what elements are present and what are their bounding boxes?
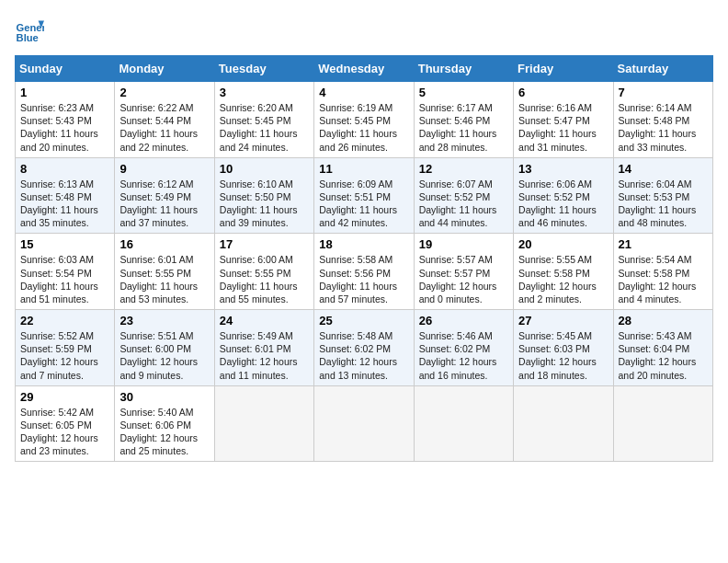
- calendar-table: SundayMondayTuesdayWednesdayThursdayFrid…: [15, 55, 713, 462]
- day-number: 3: [220, 86, 309, 99]
- day-detail: Sunrise: 5:48 AMSunset: 6:02 PMDaylight:…: [319, 329, 408, 382]
- svg-text:Blue: Blue: [17, 32, 39, 43]
- day-number: 21: [619, 237, 708, 251]
- day-number: 6: [518, 86, 608, 99]
- day-number: 18: [319, 237, 408, 251]
- day-detail: Sunrise: 6:06 AMSunset: 5:52 PMDaylight:…: [518, 178, 608, 230]
- calendar-week: 22Sunrise: 5:52 AMSunset: 5:59 PMDayligh…: [16, 310, 713, 386]
- day-number: 7: [619, 86, 708, 99]
- calendar-cell: 7Sunrise: 6:14 AMSunset: 5:48 PMDaylight…: [613, 82, 712, 158]
- calendar-cell: 6Sunrise: 6:16 AMSunset: 5:47 PMDaylight…: [514, 82, 613, 158]
- day-number: 15: [20, 237, 109, 251]
- day-detail: Sunrise: 6:10 AMSunset: 5:50 PMDaylight:…: [220, 178, 309, 230]
- day-number: 14: [619, 162, 708, 176]
- calendar-cell: 8Sunrise: 6:13 AMSunset: 5:48 PMDaylight…: [16, 157, 115, 234]
- calendar-cell: 25Sunrise: 5:48 AMSunset: 6:02 PMDayligh…: [314, 310, 414, 386]
- calendar-cell: 18Sunrise: 5:58 AMSunset: 5:56 PMDayligh…: [314, 234, 414, 310]
- day-detail: Sunrise: 5:55 AMSunset: 5:58 PMDaylight:…: [518, 253, 608, 305]
- day-detail: Sunrise: 5:42 AMSunset: 6:05 PMDaylight:…: [20, 406, 109, 458]
- calendar-cell: 3Sunrise: 6:20 AMSunset: 5:45 PMDaylight…: [214, 82, 313, 158]
- calendar-week: 15Sunrise: 6:03 AMSunset: 5:54 PMDayligh…: [16, 234, 713, 310]
- day-detail: Sunrise: 6:22 AMSunset: 5:44 PMDaylight:…: [119, 101, 209, 154]
- day-number: 10: [220, 162, 309, 176]
- calendar-cell: 4Sunrise: 6:19 AMSunset: 5:45 PMDaylight…: [314, 82, 414, 158]
- day-number: 11: [319, 162, 408, 176]
- day-detail: Sunrise: 6:23 AMSunset: 5:43 PMDaylight:…: [20, 101, 109, 154]
- day-number: 28: [619, 314, 708, 327]
- day-number: 17: [220, 237, 309, 251]
- day-detail: Sunrise: 6:20 AMSunset: 5:45 PMDaylight:…: [220, 101, 309, 154]
- day-detail: Sunrise: 5:58 AMSunset: 5:56 PMDaylight:…: [319, 253, 408, 305]
- day-number: 26: [419, 314, 508, 327]
- day-number: 27: [518, 314, 608, 327]
- calendar-week: 8Sunrise: 6:13 AMSunset: 5:48 PMDaylight…: [16, 157, 713, 234]
- calendar-cell: 23Sunrise: 5:51 AMSunset: 6:00 PMDayligh…: [115, 310, 214, 386]
- calendar-cell: 20Sunrise: 5:55 AMSunset: 5:58 PMDayligh…: [514, 234, 613, 310]
- day-detail: Sunrise: 5:51 AMSunset: 6:00 PMDaylight:…: [119, 329, 209, 382]
- calendar-cell: 19Sunrise: 5:57 AMSunset: 5:57 PMDayligh…: [414, 234, 513, 310]
- day-number: 2: [119, 86, 209, 99]
- page-header: General Blue: [15, 15, 713, 44]
- day-number: 30: [119, 390, 209, 404]
- day-number: 4: [319, 86, 408, 99]
- calendar-cell: 26Sunrise: 5:46 AMSunset: 6:02 PMDayligh…: [414, 310, 513, 386]
- col-header-friday: Friday: [514, 56, 613, 82]
- calendar-week: 1Sunrise: 6:23 AMSunset: 5:43 PMDaylight…: [16, 82, 713, 158]
- day-detail: Sunrise: 6:14 AMSunset: 5:48 PMDaylight:…: [619, 101, 708, 154]
- col-header-saturday: Saturday: [613, 56, 712, 82]
- day-number: 16: [119, 237, 209, 251]
- day-detail: Sunrise: 6:16 AMSunset: 5:47 PMDaylight:…: [518, 101, 608, 154]
- calendar-cell: 9Sunrise: 6:12 AMSunset: 5:49 PMDaylight…: [115, 157, 214, 234]
- calendar-cell: 5Sunrise: 6:17 AMSunset: 5:46 PMDaylight…: [414, 82, 513, 158]
- calendar-cell: [214, 385, 313, 462]
- day-number: 19: [419, 237, 508, 251]
- day-detail: Sunrise: 5:57 AMSunset: 5:57 PMDaylight:…: [419, 253, 508, 305]
- calendar-week: 29Sunrise: 5:42 AMSunset: 6:05 PMDayligh…: [16, 385, 713, 462]
- calendar-cell: 21Sunrise: 5:54 AMSunset: 5:58 PMDayligh…: [613, 234, 712, 310]
- calendar-cell: 13Sunrise: 6:06 AMSunset: 5:52 PMDayligh…: [514, 157, 613, 234]
- calendar-cell: 29Sunrise: 5:42 AMSunset: 6:05 PMDayligh…: [16, 385, 115, 462]
- day-detail: Sunrise: 6:09 AMSunset: 5:51 PMDaylight:…: [319, 178, 408, 230]
- day-detail: Sunrise: 6:00 AMSunset: 5:55 PMDaylight:…: [220, 253, 309, 305]
- day-number: 24: [220, 314, 309, 327]
- day-detail: Sunrise: 6:07 AMSunset: 5:52 PMDaylight:…: [419, 178, 508, 230]
- calendar-cell: 27Sunrise: 5:45 AMSunset: 6:03 PMDayligh…: [514, 310, 613, 386]
- day-detail: Sunrise: 6:04 AMSunset: 5:53 PMDaylight:…: [619, 178, 708, 230]
- calendar-cell: 28Sunrise: 5:43 AMSunset: 6:04 PMDayligh…: [613, 310, 712, 386]
- calendar-cell: 14Sunrise: 6:04 AMSunset: 5:53 PMDayligh…: [613, 157, 712, 234]
- day-number: 23: [119, 314, 209, 327]
- logo-icon: General Blue: [15, 15, 44, 44]
- day-detail: Sunrise: 6:13 AMSunset: 5:48 PMDaylight:…: [20, 178, 109, 230]
- calendar-cell: 15Sunrise: 6:03 AMSunset: 5:54 PMDayligh…: [16, 234, 115, 310]
- day-detail: Sunrise: 5:46 AMSunset: 6:02 PMDaylight:…: [419, 329, 508, 382]
- day-detail: Sunrise: 6:19 AMSunset: 5:45 PMDaylight:…: [319, 101, 408, 154]
- calendar-cell: [514, 385, 613, 462]
- day-number: 13: [518, 162, 608, 176]
- day-number: 9: [119, 162, 209, 176]
- day-detail: Sunrise: 5:43 AMSunset: 6:04 PMDaylight:…: [619, 329, 708, 382]
- col-header-tuesday: Tuesday: [214, 56, 313, 82]
- day-detail: Sunrise: 5:40 AMSunset: 6:06 PMDaylight:…: [119, 406, 209, 458]
- day-detail: Sunrise: 6:01 AMSunset: 5:55 PMDaylight:…: [119, 253, 209, 305]
- day-detail: Sunrise: 5:45 AMSunset: 6:03 PMDaylight:…: [518, 329, 608, 382]
- calendar-cell: [613, 385, 712, 462]
- day-number: 20: [518, 237, 608, 251]
- calendar-cell: 24Sunrise: 5:49 AMSunset: 6:01 PMDayligh…: [214, 310, 313, 386]
- day-number: 12: [419, 162, 508, 176]
- calendar-cell: 16Sunrise: 6:01 AMSunset: 5:55 PMDayligh…: [115, 234, 214, 310]
- calendar-cell: 12Sunrise: 6:07 AMSunset: 5:52 PMDayligh…: [414, 157, 513, 234]
- day-number: 25: [319, 314, 408, 327]
- col-header-wednesday: Wednesday: [314, 56, 414, 82]
- day-detail: Sunrise: 5:49 AMSunset: 6:01 PMDaylight:…: [220, 329, 309, 382]
- day-detail: Sunrise: 6:12 AMSunset: 5:49 PMDaylight:…: [119, 178, 209, 230]
- col-header-monday: Monday: [115, 56, 214, 82]
- day-detail: Sunrise: 6:17 AMSunset: 5:46 PMDaylight:…: [419, 101, 508, 154]
- day-number: 22: [20, 314, 109, 327]
- calendar-cell: 30Sunrise: 5:40 AMSunset: 6:06 PMDayligh…: [115, 385, 214, 462]
- calendar-cell: 11Sunrise: 6:09 AMSunset: 5:51 PMDayligh…: [314, 157, 414, 234]
- day-detail: Sunrise: 6:03 AMSunset: 5:54 PMDaylight:…: [20, 253, 109, 305]
- calendar-cell: 10Sunrise: 6:10 AMSunset: 5:50 PMDayligh…: [214, 157, 313, 234]
- calendar-cell: 1Sunrise: 6:23 AMSunset: 5:43 PMDaylight…: [16, 82, 115, 158]
- day-number: 5: [419, 86, 508, 99]
- day-number: 29: [20, 390, 109, 404]
